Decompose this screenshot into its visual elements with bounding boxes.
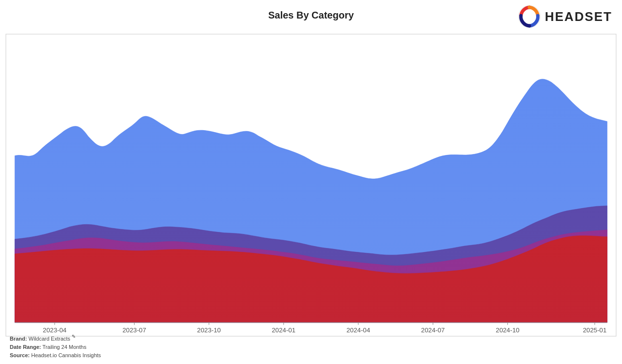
footer-brand-icon: ✎ <box>72 334 76 339</box>
footer-date-range-value: Trailing 24 Months <box>42 344 86 350</box>
footer-date-range-label: Date Range: <box>10 344 41 350</box>
footer-brand: Brand: Wildcard Extracts ✎ <box>10 333 101 343</box>
chart-area: 2023-04 2023-07 2023-10 2024-01 2024-04 … <box>5 33 617 337</box>
svg-text:2025-01: 2025-01 <box>583 326 607 334</box>
svg-text:2024-07: 2024-07 <box>421 326 445 334</box>
footer-date-range: Date Range: Trailing 24 Months <box>10 343 101 352</box>
footer-source: Source: Headset.io Cannabis Insights <box>10 351 101 360</box>
chart-container: Sales By Category HEADSET Concentrates F… <box>0 0 622 364</box>
svg-point-1 <box>525 12 533 20</box>
svg-text:2024-01: 2024-01 <box>272 326 296 334</box>
footer-brand-value: Wildcard Extracts <box>29 335 71 341</box>
footer-source-value: Headset.io Cannabis Insights <box>31 352 101 358</box>
logo-text: HEADSET <box>545 9 612 24</box>
headset-logo: HEADSET <box>517 4 612 29</box>
svg-text:2024-04: 2024-04 <box>347 326 370 334</box>
footer-brand-label: Brand: <box>10 335 27 341</box>
svg-text:2023-07: 2023-07 <box>122 326 146 334</box>
chart-svg: 2023-04 2023-07 2023-10 2024-01 2024-04 … <box>5 33 617 337</box>
chart-footer: Brand: Wildcard Extracts ✎ Date Range: T… <box>10 333 101 360</box>
svg-text:2024-10: 2024-10 <box>496 326 520 334</box>
headset-logo-icon <box>517 4 542 29</box>
footer-source-label: Source: <box>10 352 30 358</box>
svg-text:2023-10: 2023-10 <box>197 326 221 334</box>
